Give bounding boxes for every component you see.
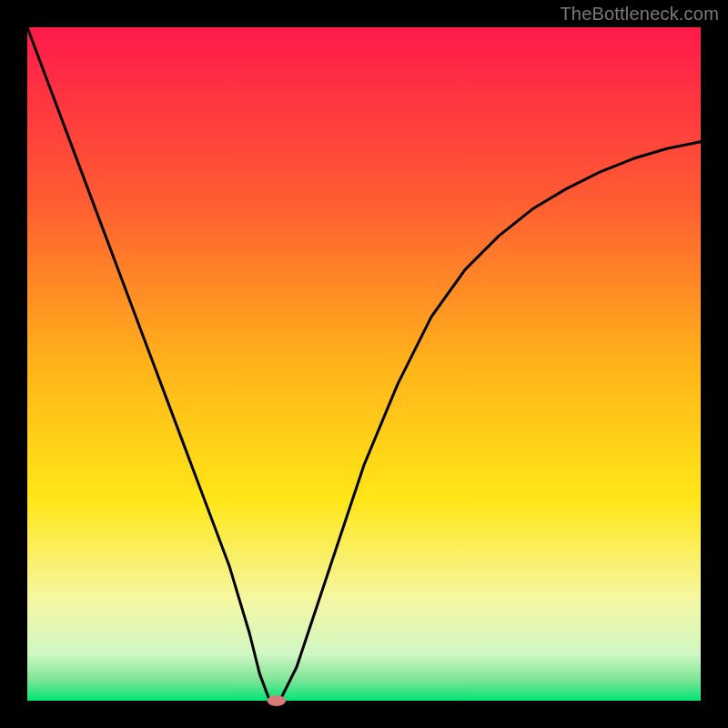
plot-background	[27, 27, 701, 701]
bottleneck-chart	[0, 0, 728, 728]
watermark-text: TheBottleneck.com	[560, 4, 719, 25]
chart-frame: TheBottleneck.com	[0, 0, 728, 728]
optimum-marker	[267, 695, 286, 706]
